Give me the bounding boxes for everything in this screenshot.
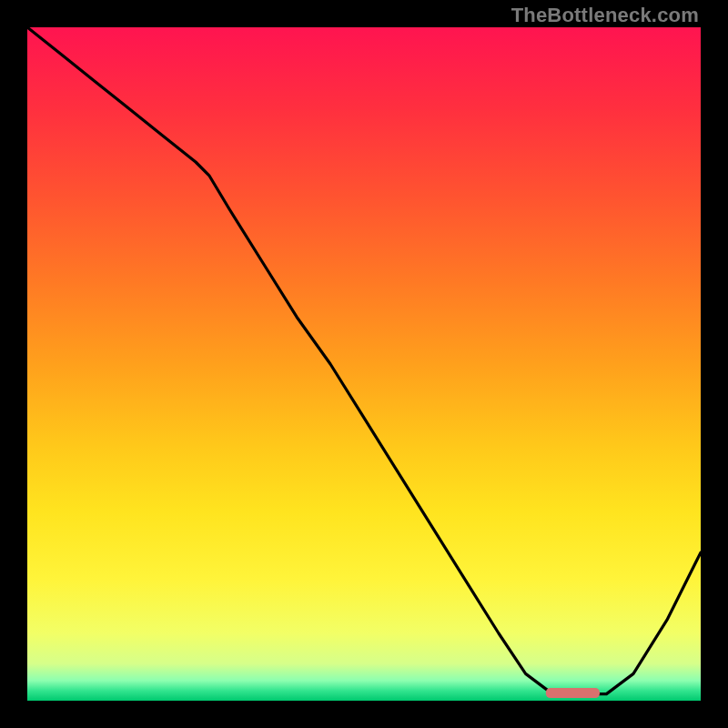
chart-frame [27, 27, 701, 701]
highlight-marker [546, 688, 600, 698]
watermark-text: TheBottleneck.com [511, 4, 699, 27]
chart-plot [27, 27, 701, 701]
chart-background [27, 27, 701, 701]
